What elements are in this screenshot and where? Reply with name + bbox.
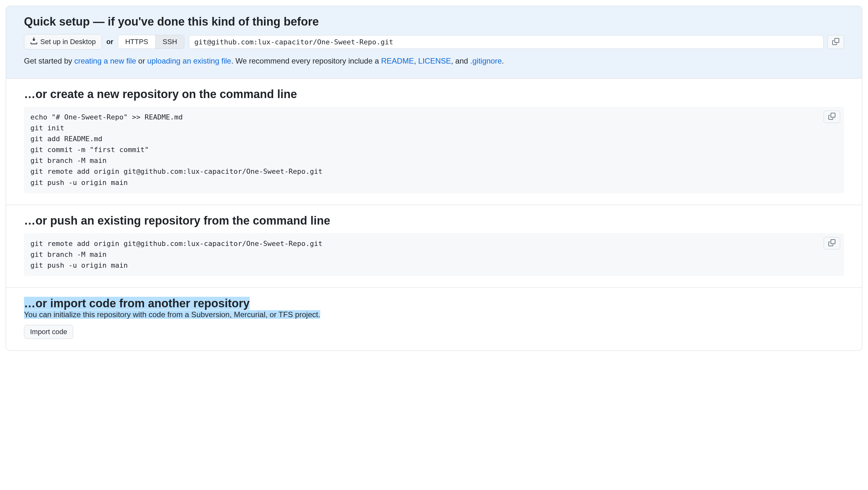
import-heading: …or import code from another repository	[24, 297, 250, 310]
readme-link[interactable]: README	[381, 57, 414, 65]
setup-in-desktop-button[interactable]: Set up in Desktop	[24, 34, 102, 50]
clone-protocol-segmented: HTTPS SSH	[118, 35, 184, 49]
clone-url-group	[189, 35, 844, 49]
clipboard-icon	[832, 38, 839, 46]
clipboard-icon	[828, 113, 835, 121]
copy-push-code-button[interactable]	[824, 237, 840, 250]
import-description: You can initialize this repository with …	[24, 310, 320, 319]
push-repo-heading: …or push an existing repository from the…	[24, 214, 844, 227]
create-repo-section: …or create a new repository on the comma…	[6, 78, 862, 205]
license-link[interactable]: LICENSE	[418, 57, 451, 65]
desktop-button-label: Set up in Desktop	[40, 38, 96, 46]
quick-setup-heading: Quick setup — if you've done this kind o…	[24, 15, 844, 28]
gitignore-link[interactable]: .gitignore	[470, 57, 502, 65]
desktop-download-icon	[30, 37, 38, 46]
clipboard-icon	[828, 239, 835, 247]
create-repo-code[interactable]: echo "# One-Sweet-Repo" >> README.md git…	[24, 107, 844, 193]
empty-repo-panel: Quick setup — if you've done this kind o…	[6, 6, 862, 351]
create-repo-heading: …or create a new repository on the comma…	[24, 88, 844, 101]
quick-setup-section: Quick setup — if you've done this kind o…	[6, 6, 862, 78]
copy-clone-url-button[interactable]	[828, 35, 844, 49]
import-section: …or import code from another repository …	[6, 288, 862, 351]
clone-url-input[interactable]	[189, 35, 824, 49]
push-repo-code[interactable]: git remote add origin git@github.com:lux…	[24, 233, 844, 276]
push-repo-section: …or push an existing repository from the…	[6, 205, 862, 288]
create-new-file-link[interactable]: creating a new file	[74, 57, 136, 65]
quick-setup-helper: Get started by creating a new file or up…	[24, 55, 844, 67]
copy-create-code-button[interactable]	[824, 110, 840, 123]
upload-file-link[interactable]: uploading an existing file	[147, 57, 231, 65]
https-toggle[interactable]: HTTPS	[118, 35, 155, 48]
quick-setup-controls: Set up in Desktop or HTTPS SSH	[24, 34, 844, 50]
or-separator: or	[106, 38, 114, 46]
import-code-button[interactable]: Import code	[24, 325, 73, 339]
ssh-toggle[interactable]: SSH	[155, 35, 184, 48]
